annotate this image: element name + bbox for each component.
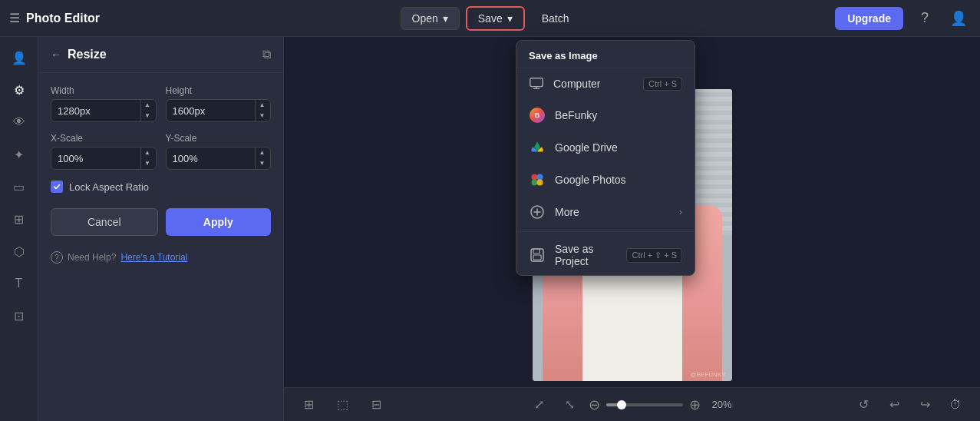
dropdown-item-gdrive[interactable]: Google Drive [516, 131, 695, 164]
height-field-group: Height ▲ ▼ [166, 85, 272, 122]
width-decrement-button[interactable]: ▼ [141, 111, 154, 121]
help-text: Need Help? [68, 252, 116, 263]
sidebar-item-layers[interactable]: ⊡ [5, 301, 34, 330]
grid-icon[interactable]: ⊟ [364, 393, 388, 417]
frame-icon[interactable]: ⬚ [330, 393, 355, 417]
history-icon[interactable]: ⏱ [943, 393, 968, 417]
width-spinners: ▲ ▼ [140, 100, 154, 121]
bottom-center: ⤢ ⤡ ⊖ ⊕ 20% [527, 393, 737, 417]
panel-back-icon[interactable]: ← [51, 48, 61, 61]
computer-shortcut: Ctrl + S [643, 77, 682, 91]
sidebar-item-sparkle[interactable]: ✦ [5, 140, 34, 169]
xscale-decrement-button[interactable]: ▼ [141, 158, 154, 169]
open-button[interactable]: Open ▾ [401, 7, 460, 30]
gphotos-label: Google Photos [555, 174, 682, 186]
width-label: Width [51, 85, 157, 96]
panel-body: Width ▲ ▼ Height ▲ [38, 73, 283, 421]
topbar: ☰ Photo Editor Open ▾ Save ▾ Batch Upgra… [0, 0, 980, 37]
xscale-input[interactable] [51, 148, 140, 169]
zoom-slider-thumb [617, 400, 626, 409]
layers-bottom-icon[interactable]: ⊞ [296, 393, 321, 417]
bottom-bar: ⊞ ⬚ ⊟ ⤢ ⤡ ⊖ ⊕ 20% ↺ ↩ ↪ ⏱ [284, 387, 980, 421]
panel-header-left: ← Resize [51, 48, 107, 61]
apply-button[interactable]: Apply [166, 208, 272, 236]
sidebar-item-crop[interactable]: ▭ [5, 172, 34, 201]
save-label: Save [478, 12, 503, 25]
gphotos-icon [529, 171, 546, 188]
gdrive-label: Google Drive [555, 141, 682, 154]
yscale-field-group: Y-Scale ▲ ▼ [166, 133, 272, 170]
sidebar-item-sliders[interactable]: ⚙ [5, 75, 34, 104]
upgrade-button[interactable]: Upgrade [835, 7, 903, 30]
xscale-label: X-Scale [51, 133, 157, 144]
menu-icon[interactable]: ☰ [9, 11, 20, 25]
height-input-wrap: ▲ ▼ [166, 99, 272, 122]
dropdown-item-computer[interactable]: Computer Ctrl + S [516, 68, 695, 99]
dropdown-item-save-project[interactable]: Save as Project Ctrl + ⇧ + S [516, 235, 695, 275]
lock-aspect-row: Lock Aspect Ratio [51, 181, 271, 193]
height-label: Height [166, 85, 272, 96]
sidebar-item-eye[interactable]: 👁 [5, 108, 34, 137]
width-height-row: Width ▲ ▼ Height ▲ [51, 85, 271, 122]
dropdown-divider [516, 231, 695, 232]
redo-icon[interactable]: ↪ [912, 393, 937, 417]
befunky-label: BeFunky [555, 109, 682, 121]
lock-aspect-checkbox[interactable] [51, 181, 63, 193]
svg-point-3 [537, 174, 543, 181]
topbar-right: Upgrade ? 👤 [835, 6, 971, 31]
height-input[interactable] [167, 101, 256, 121]
width-increment-button[interactable]: ▲ [141, 100, 154, 111]
refresh-icon[interactable]: ↺ [851, 393, 876, 417]
yscale-decrement-button[interactable]: ▼ [256, 158, 269, 169]
sidebar-item-text[interactable]: T [5, 269, 34, 298]
topbar-center: Open ▾ Save ▾ Batch [401, 6, 580, 31]
svg-rect-0 [530, 78, 543, 87]
zoom-in-button[interactable]: ⊕ [689, 396, 701, 413]
befunky-logo: B [530, 108, 545, 123]
zoom-label: 20% [707, 399, 737, 410]
help-icon-button[interactable]: ? [912, 6, 937, 31]
monitor-icon [529, 76, 544, 91]
computer-label: Computer [553, 78, 634, 90]
photo-shirt [582, 264, 682, 381]
svg-point-5 [537, 180, 543, 186]
dropdown-item-befunky[interactable]: B BeFunky [516, 99, 695, 131]
save-button[interactable]: Save ▾ [466, 6, 525, 31]
save-project-icon [529, 247, 546, 264]
lock-aspect-label: Lock Aspect Ratio [69, 181, 149, 193]
zoom-slider[interactable] [606, 403, 683, 406]
dropdown-item-gphotos[interactable]: Google Photos [516, 164, 695, 196]
account-icon-button[interactable]: 👤 [946, 6, 971, 31]
panel-expand-icon[interactable]: ⧉ [262, 48, 271, 61]
main-layout: 👤 ⚙ 👁 ✦ ▭ ⊞ ⬡ T ⊡ ← Resize ⧉ Width [0, 37, 980, 421]
sidebar-icons: 👤 ⚙ 👁 ✦ ▭ ⊞ ⬡ T ⊡ [0, 37, 38, 421]
fit-screen-icon[interactable]: ⤢ [527, 393, 552, 417]
batch-button[interactable]: Batch [531, 8, 580, 29]
fit-icon[interactable]: ⤡ [558, 393, 582, 417]
gdrive-icon [529, 139, 546, 156]
open-chevron-icon: ▾ [443, 12, 448, 25]
height-increment-button[interactable]: ▲ [256, 100, 269, 111]
app-title: Photo Editor [26, 12, 100, 25]
dropdown-header: Save as Image [516, 41, 695, 68]
tutorial-link[interactable]: Here's a Tutorial [120, 252, 187, 263]
yscale-increment-button[interactable]: ▲ [256, 148, 269, 158]
resize-panel: ← Resize ⧉ Width ▲ ▼ [38, 37, 284, 421]
yscale-input[interactable] [167, 148, 256, 169]
width-input[interactable] [51, 101, 140, 121]
svg-rect-8 [533, 249, 539, 254]
xscale-increment-button[interactable]: ▲ [141, 148, 154, 158]
befunky-icon: B [529, 107, 546, 124]
height-decrement-button[interactable]: ▼ [256, 111, 269, 121]
save-project-shortcut: Ctrl + ⇧ + S [626, 248, 682, 263]
cancel-button[interactable]: Cancel [51, 208, 158, 236]
sidebar-item-groups[interactable]: ⊞ [5, 204, 34, 234]
yscale-label: Y-Scale [166, 133, 272, 144]
sidebar-item-effects[interactable]: ⬡ [5, 237, 34, 266]
scale-row: X-Scale ▲ ▼ Y-Scale ▲ [51, 133, 271, 170]
save-dropdown: Save as Image Computer Ctrl + S B BeFunk… [516, 40, 695, 276]
zoom-out-button[interactable]: ⊖ [589, 396, 600, 413]
sidebar-item-person[interactable]: 👤 [5, 43, 34, 72]
dropdown-item-more[interactable]: More › [516, 196, 695, 228]
undo-icon[interactable]: ↩ [882, 393, 906, 417]
